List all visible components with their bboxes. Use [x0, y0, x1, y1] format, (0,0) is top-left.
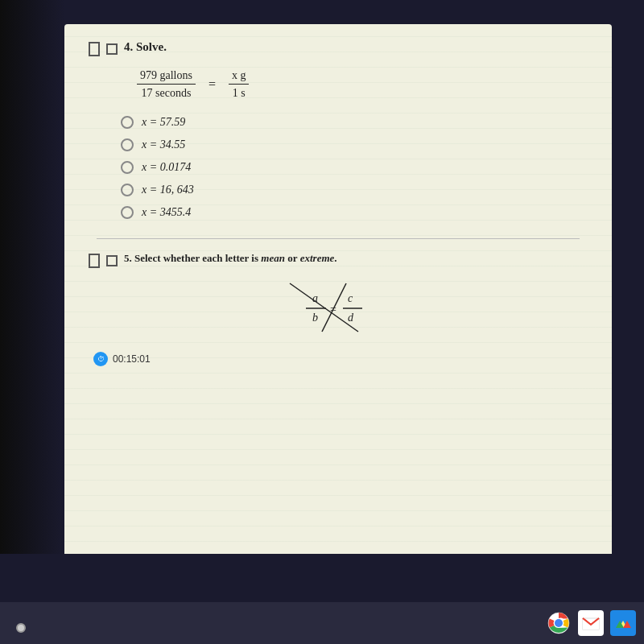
svg-line-0: [290, 283, 358, 332]
fraction-right-den: 1 s: [229, 85, 249, 100]
proportion-svg: a b = c d: [282, 279, 394, 340]
fraction-right: x g 1 s: [229, 69, 250, 100]
checkbox-icon-q5[interactable]: [106, 255, 118, 266]
bookmark-icon-q5[interactable]: [89, 254, 100, 268]
fraction-left-den: 17 seconds: [138, 85, 195, 100]
fraction-left-num: 979 gallons: [137, 69, 196, 85]
answer-option-4[interactable]: x = 16, 643: [121, 184, 588, 196]
answer-text-4: x = 16, 643: [142, 184, 194, 196]
answer-option-1[interactable]: x = 57.59: [121, 116, 588, 129]
drive-taskbar-icon[interactable]: [610, 610, 636, 636]
svg-text:c: c: [348, 292, 353, 304]
timer-display: 00:15:01: [113, 353, 151, 365]
question4-label: 4. Solve.: [124, 40, 167, 54]
svg-point-11: [555, 620, 562, 626]
taskbar-dot: [16, 623, 26, 633]
bookmark-icon[interactable]: [89, 42, 100, 56]
radio-1[interactable]: [121, 116, 134, 129]
taskbar: [0, 602, 644, 644]
radio-3[interactable]: [121, 161, 134, 174]
timer-bar: ⏱ 00:15:01: [89, 352, 588, 366]
radio-4[interactable]: [121, 184, 134, 196]
radio-2[interactable]: [121, 138, 134, 151]
screen: 4. Solve. 979 gallons 17 seconds = x g 1…: [64, 24, 612, 572]
checkbox-icon[interactable]: [106, 43, 118, 55]
bottom-dark-area: [0, 554, 644, 602]
timer-icon: ⏱: [93, 352, 108, 366]
gmail-taskbar-icon[interactable]: [578, 610, 604, 636]
answer-text-5: x = 3455.4: [142, 206, 191, 219]
fraction-left: 979 gallons 17 seconds: [137, 69, 196, 100]
chrome-taskbar-icon[interactable]: [546, 610, 572, 636]
answer-option-5[interactable]: x = 3455.4: [121, 206, 588, 219]
answer-text-2: x = 34.55: [142, 138, 185, 151]
svg-text:=: =: [330, 303, 336, 316]
answer-option-3[interactable]: x = 0.0174: [121, 161, 588, 174]
content-area: 4. Solve. 979 gallons 17 seconds = x g 1…: [64, 24, 612, 572]
fraction-right-num: x g: [229, 69, 250, 85]
question4-header: 4. Solve.: [89, 40, 588, 56]
question5-header: 5. Select whether each letter is mean or…: [89, 252, 588, 268]
equals-sign: =: [208, 77, 216, 92]
answer-option-2[interactable]: x = 34.55: [121, 138, 588, 151]
svg-text:b: b: [312, 312, 318, 324]
section-divider: [97, 238, 580, 239]
svg-text:a: a: [312, 292, 318, 304]
answer-choices: x = 57.59 x = 34.55 x = 0.0174 x = 16, 6…: [121, 116, 588, 219]
answer-text-3: x = 0.0174: [142, 161, 191, 174]
answer-text-1: x = 57.59: [142, 116, 185, 129]
question5-label: 5. Select whether each letter is mean or…: [124, 252, 337, 265]
left-edge: [0, 0, 64, 588]
fraction-equation: 979 gallons 17 seconds = x g 1 s: [137, 69, 588, 100]
mean-extreme-diagram: a b = c d: [274, 279, 402, 344]
radio-5[interactable]: [121, 206, 134, 219]
svg-text:d: d: [348, 312, 354, 324]
